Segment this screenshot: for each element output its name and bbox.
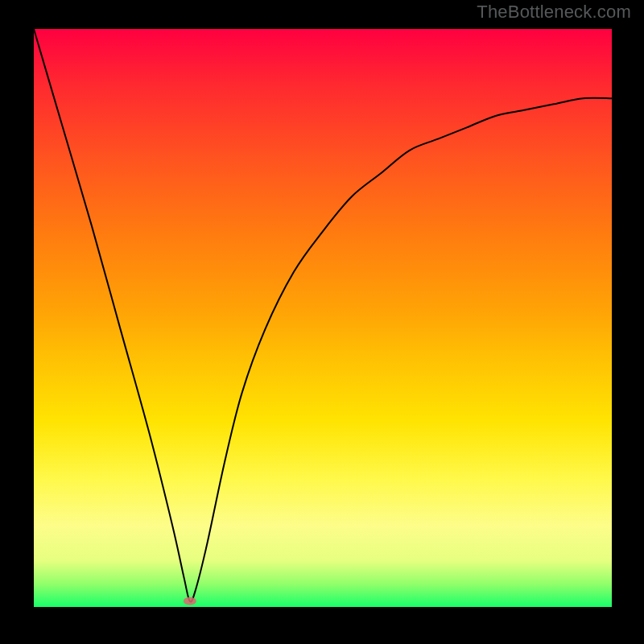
chart-svg — [34, 29, 612, 607]
plot-area — [34, 29, 612, 607]
branding-watermark: TheBottleneck.com — [477, 2, 631, 23]
bottleneck-curve — [34, 29, 612, 601]
stage: TheBottleneck.com — [0, 0, 644, 644]
bottleneck-minimum-marker — [184, 597, 196, 605]
